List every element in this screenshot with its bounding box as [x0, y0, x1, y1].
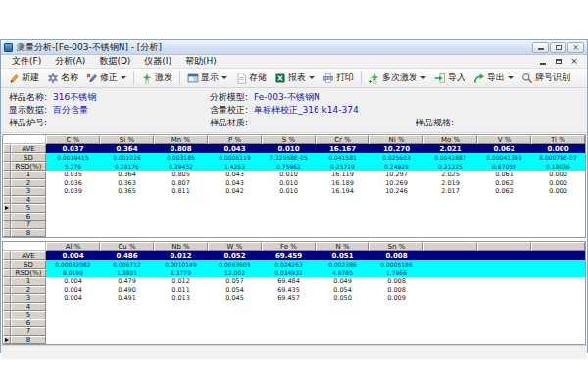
cell[interactable] [477, 269, 531, 277]
cell[interactable] [423, 311, 477, 319]
cell[interactable] [208, 311, 262, 319]
cell[interactable]: 0.036 [46, 179, 100, 188]
cell[interactable]: 0.807 [154, 179, 208, 188]
row-header-3[interactable]: 3 [11, 294, 46, 303]
cell[interactable]: 0.491 [100, 294, 154, 303]
cell[interactable] [46, 303, 100, 312]
cell[interactable]: 16.194 [316, 187, 369, 196]
cell[interactable]: 0.75962 [262, 162, 316, 171]
cell[interactable]: 0.811 [154, 187, 208, 196]
cell[interactable]: 0.0005186 [369, 260, 423, 269]
cell[interactable] [154, 220, 208, 229]
cell[interactable]: 0.0010149 [154, 260, 208, 269]
cell[interactable]: 0.041581 [316, 153, 369, 162]
cell[interactable]: 0.061 [477, 171, 531, 179]
cell[interactable]: 0.043 [208, 144, 262, 153]
cell[interactable] [154, 303, 208, 312]
cell[interactable] [316, 303, 369, 312]
column-header-cu[interactable]: Cu % [100, 242, 154, 251]
cell[interactable] [100, 220, 154, 229]
cell[interactable]: 0.39432 [154, 162, 208, 171]
cell[interactable] [46, 336, 100, 345]
cell[interactable] [423, 327, 477, 336]
toolbar-button-excite[interactable]: 激发 [137, 71, 176, 85]
cell[interactable]: 8.0199 [46, 269, 100, 277]
cell[interactable]: 0.365 [100, 187, 154, 196]
row-header-1[interactable]: 1 [11, 277, 46, 286]
cell[interactable]: 0.490 [100, 286, 154, 295]
cell[interactable]: 0.008 [369, 251, 423, 260]
cell[interactable]: 0.004 [46, 277, 100, 286]
cell[interactable] [316, 196, 369, 205]
cell[interactable] [46, 213, 100, 221]
cell[interactable] [316, 204, 369, 213]
cell[interactable] [531, 269, 585, 277]
cell[interactable] [154, 336, 208, 345]
cell[interactable]: 0.037 [46, 144, 100, 153]
menu-help[interactable]: 帮助(H) [178, 55, 223, 68]
cell[interactable] [423, 196, 477, 205]
cell[interactable] [208, 204, 262, 213]
row-header-1[interactable]: 1 [11, 171, 46, 179]
cell[interactable] [423, 303, 477, 312]
cell[interactable]: 0.006712 [100, 260, 154, 269]
row-header-2[interactable]: 2 [11, 286, 46, 295]
cell[interactable]: 0.052 [208, 251, 262, 260]
column-header-mo[interactable]: Mo % [423, 135, 477, 144]
cell[interactable] [369, 327, 423, 336]
dropdown-arrow-icon[interactable] [508, 76, 514, 79]
cell[interactable]: 0.25719 [316, 162, 369, 171]
cell[interactable] [46, 319, 100, 328]
column-header-sn[interactable]: Sn % [369, 242, 423, 251]
cell[interactable] [316, 336, 369, 345]
cell[interactable]: 0.043 [208, 179, 262, 188]
column-header-empty[interactable] [531, 242, 585, 251]
cell[interactable] [369, 311, 423, 319]
cell[interactable]: 7.32958E-05 [262, 153, 316, 162]
cell[interactable]: 0.24929 [369, 162, 423, 171]
cell[interactable]: 0.363 [100, 179, 154, 188]
row-header-8[interactable]: 8 [11, 229, 46, 238]
column-header-n[interactable]: N % [316, 242, 369, 251]
cell[interactable] [369, 213, 423, 221]
cell[interactable] [262, 204, 316, 213]
cell[interactable] [423, 260, 477, 269]
cell[interactable]: 0.013 [154, 294, 208, 303]
cell[interactable] [477, 336, 531, 345]
cell[interactable] [477, 229, 531, 238]
row-header-7[interactable]: 7 [11, 220, 46, 229]
cell[interactable] [208, 229, 262, 238]
cell[interactable] [477, 303, 531, 312]
dropdown-arrow-icon[interactable] [420, 76, 426, 79]
cell[interactable] [100, 336, 154, 345]
cell[interactable]: 10.270 [369, 144, 423, 153]
cell[interactable] [262, 319, 316, 328]
cell[interactable]: 0.054 [208, 286, 262, 295]
cell[interactable] [100, 196, 154, 205]
cell[interactable] [477, 196, 531, 205]
column-header-si[interactable]: Si % [100, 135, 154, 144]
cell[interactable]: 0.00032082 [46, 260, 100, 269]
cell[interactable]: 8.3779 [154, 269, 208, 277]
row-header-8[interactable]: 8 [11, 336, 46, 345]
cell[interactable] [369, 336, 423, 345]
toolbar-button-print[interactable]: 打印 [318, 71, 358, 85]
cell[interactable] [531, 303, 585, 312]
cell[interactable]: 0.0019415 [46, 153, 100, 162]
cell[interactable]: 10.246 [369, 187, 423, 196]
cell[interactable] [531, 319, 585, 328]
cell[interactable] [262, 327, 316, 336]
row-header-rsd(%)[interactable]: RSD(%) [11, 269, 46, 277]
cell[interactable]: 0.000 [531, 179, 585, 188]
cell[interactable] [154, 229, 208, 238]
cell[interactable] [423, 286, 477, 295]
cell[interactable] [369, 196, 423, 205]
cell[interactable] [423, 251, 477, 260]
cell[interactable]: 0.054 [316, 286, 369, 295]
cell[interactable] [316, 229, 369, 238]
cell[interactable]: 0.010 [262, 179, 316, 188]
cell[interactable] [208, 319, 262, 328]
cell[interactable] [423, 213, 477, 221]
cell[interactable] [262, 336, 316, 345]
cell[interactable] [477, 204, 531, 213]
